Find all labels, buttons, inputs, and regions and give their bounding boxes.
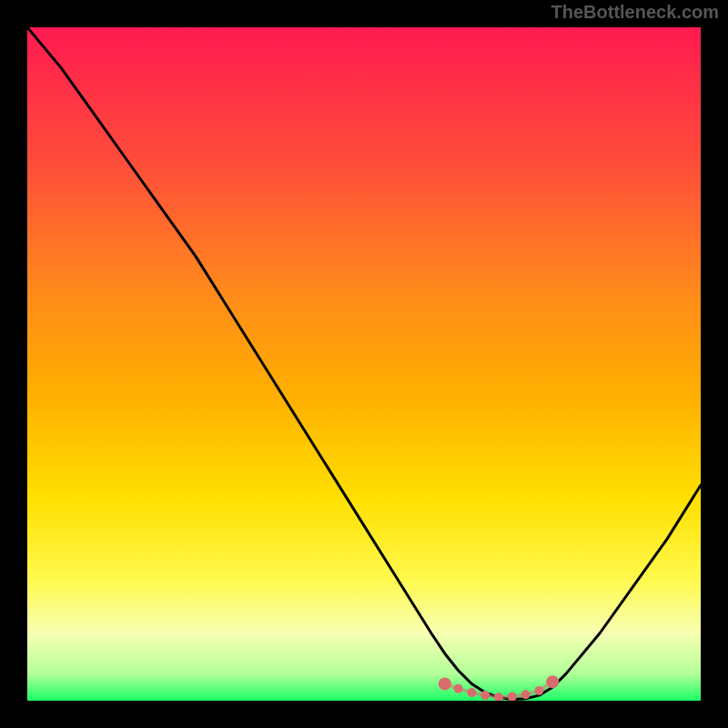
valley-marker-dot bbox=[534, 686, 543, 695]
gradient-background bbox=[27, 27, 701, 701]
watermark-text: TheBottleneck.com bbox=[551, 2, 719, 23]
valley-marker-dot bbox=[546, 675, 559, 688]
valley-marker-dot bbox=[439, 678, 451, 691]
valley-marker-dot bbox=[521, 690, 531, 699]
valley-marker-dot bbox=[454, 684, 463, 693]
chart-frame: TheBottleneck.com bbox=[0, 0, 728, 728]
plot-area bbox=[27, 27, 701, 701]
valley-marker-dot bbox=[467, 688, 476, 697]
chart-svg bbox=[27, 27, 701, 701]
valley-marker-dot bbox=[480, 691, 490, 700]
